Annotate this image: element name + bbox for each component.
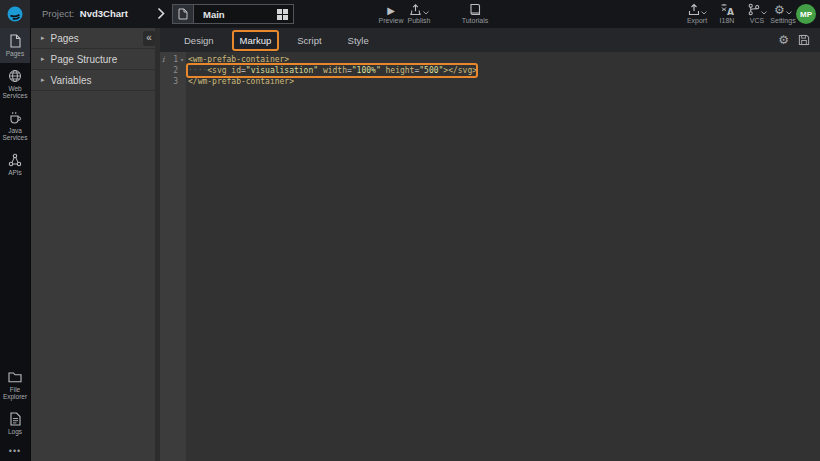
tutorials-button[interactable]: Tutorials: [458, 3, 492, 24]
tab-markup[interactable]: Markup: [232, 30, 280, 51]
editor-tab-bar: Design Markup Script Style ⚙: [160, 28, 820, 52]
page-icon: [173, 5, 194, 23]
code-token-tag: ></svg>: [443, 66, 477, 75]
vcs-label: VCS: [750, 17, 764, 24]
project-name: Nvd3Chart: [80, 8, 128, 19]
gutter-line[interactable]: 3: [160, 76, 186, 87]
code-line[interactable]: ····<svg id="visualisation" width="100%"…: [188, 65, 820, 76]
rail-item-file-explorer[interactable]: File Explorer: [0, 364, 30, 406]
code-token-attr: id: [227, 66, 241, 75]
logs-document-icon: [9, 412, 21, 426]
code-token-tag: </wm-prefab-container>: [188, 77, 294, 86]
code-token-indent: ····: [188, 66, 207, 75]
rail-label-apis: APIs: [8, 169, 22, 177]
page-tab-label: Main: [194, 9, 277, 20]
code-token-attr: width: [318, 66, 347, 75]
code-editor[interactable]: i1▾23 <wm-prefab-container>····<svg id="…: [160, 52, 820, 461]
coffee-cup-icon: [8, 111, 22, 125]
rail-item-pages[interactable]: Pages: [0, 28, 30, 63]
chevron-down-icon: [423, 11, 429, 15]
line-number: 1: [168, 55, 178, 64]
section-arrow-icon: ▸: [41, 55, 45, 63]
left-panel: « ▸ Pages ▸ Page Structure ▸ Variables: [30, 28, 160, 461]
gear-icon: ⚙: [774, 4, 785, 16]
top-bar: Project: Nvd3Chart Main ▶ Preview: [0, 0, 820, 28]
line-number: 3: [168, 77, 178, 86]
panel-section-label: Variables: [51, 75, 92, 86]
i18n-label: I18N: [720, 17, 735, 24]
gutter: i1▾23: [160, 52, 186, 461]
gutter-line[interactable]: i1▾: [160, 54, 186, 65]
rail-label-web-services: Web Services: [1, 85, 29, 100]
panel-collapse-button[interactable]: «: [143, 31, 155, 46]
export-button[interactable]: Export: [680, 3, 714, 24]
rail-label-pages: Pages: [6, 50, 24, 58]
tab-style[interactable]: Style: [340, 30, 377, 51]
play-icon: ▶: [387, 3, 395, 16]
section-arrow-icon: ▸: [41, 34, 45, 42]
folder-icon: [8, 370, 22, 384]
tab-design[interactable]: Design: [176, 30, 222, 51]
panel-section-variables[interactable]: ▸ Variables: [31, 70, 160, 91]
api-nodes-icon: [8, 153, 22, 167]
section-arrow-icon: ▸: [41, 76, 45, 84]
editor-column: Design Markup Script Style ⚙ i1▾23 <wm-p…: [160, 28, 820, 461]
tutorials-label: Tutorials: [462, 17, 489, 24]
project-label: Project:: [42, 8, 74, 19]
preview-label: Preview: [379, 17, 404, 24]
grid-view-icon[interactable]: [277, 9, 288, 20]
wavemaker-logo[interactable]: [0, 0, 30, 28]
git-branch-icon: [747, 3, 760, 16]
fold-caret-icon[interactable]: ▾: [178, 56, 186, 63]
panel-section-label: Page Structure: [51, 54, 118, 65]
i18n-button[interactable]: A I18N: [710, 3, 744, 24]
code-line[interactable]: <wm-prefab-container>: [188, 54, 820, 65]
tabbar-actions: ⚙: [778, 34, 810, 46]
code-lines[interactable]: <wm-prefab-container>····<svg id="visual…: [186, 52, 820, 461]
publish-button[interactable]: Publish: [402, 3, 436, 24]
chevron-down-icon: [701, 11, 707, 15]
export-label: Export: [687, 17, 707, 24]
code-token-val: "visualisation": [246, 66, 318, 75]
globe-icon: [8, 69, 22, 83]
panel-section-label: Pages: [51, 33, 79, 44]
i18n-translate-icon: A: [720, 3, 734, 16]
settings-button[interactable]: ⚙ Settings: [766, 3, 800, 24]
book-icon: [469, 3, 481, 16]
line-number: 2: [168, 66, 178, 75]
rail-label-java-services: Java Services: [1, 127, 29, 142]
wavemaker-logo-icon: [6, 5, 24, 23]
settings-label: Settings: [770, 17, 795, 24]
more-ellipsis-icon: •••: [9, 446, 21, 456]
rail-label-file-explorer: File Explorer: [1, 386, 29, 401]
left-icon-rail: Pages Web Services Java Services APIs: [0, 28, 30, 461]
rail-spacer: [0, 181, 30, 364]
markup-settings-gear-icon[interactable]: ⚙: [778, 34, 789, 46]
gutter-line[interactable]: 2: [160, 65, 186, 76]
panel-section-pages[interactable]: ▸ Pages: [31, 28, 160, 49]
publish-label: Publish: [408, 17, 431, 24]
svg-text:A: A: [727, 7, 734, 17]
project-breadcrumb: Project: Nvd3Chart: [42, 0, 128, 28]
rail-item-logs[interactable]: Logs: [0, 406, 30, 441]
code-token-tag: <wm-prefab-container>: [188, 55, 289, 64]
code-token-tag: <svg: [207, 66, 226, 75]
code-line[interactable]: </wm-prefab-container>: [188, 76, 820, 87]
wavemaker-studio-window: Project: Nvd3Chart Main ▶ Preview: [0, 0, 820, 461]
rail-item-apis[interactable]: APIs: [0, 147, 30, 182]
rail-label-logs: Logs: [8, 428, 22, 436]
user-avatar[interactable]: MP: [796, 4, 816, 24]
chevron-down-icon: [786, 11, 792, 15]
rail-item-web-services[interactable]: Web Services: [0, 63, 30, 105]
code-token-val: "500": [419, 66, 443, 75]
export-icon: [688, 3, 700, 16]
publish-icon: [409, 3, 422, 16]
rail-item-more[interactable]: •••: [0, 440, 30, 461]
page-tab-main[interactable]: Main: [172, 4, 294, 24]
pages-icon: [9, 34, 21, 48]
save-icon[interactable]: [798, 34, 810, 46]
panel-section-page-structure[interactable]: ▸ Page Structure: [31, 49, 160, 70]
rail-item-java-services[interactable]: Java Services: [0, 105, 30, 147]
tab-script[interactable]: Script: [289, 30, 329, 51]
chevron-right-icon[interactable]: [157, 7, 165, 20]
